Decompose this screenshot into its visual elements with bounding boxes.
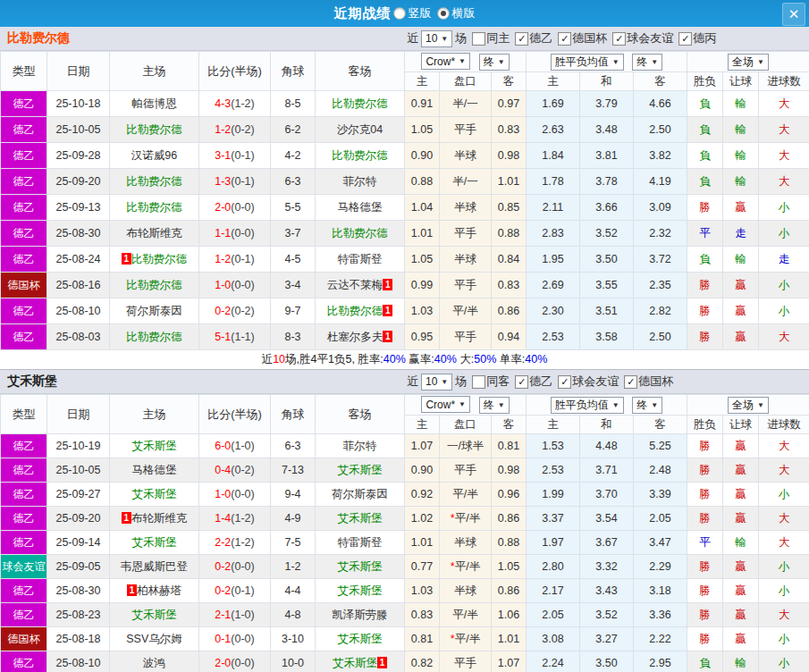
away-team: 艾禾斯堡 bbox=[338, 584, 383, 597]
date-cell: 25-09-20 bbox=[47, 169, 110, 195]
scope-select[interactable]: 全场▼ bbox=[728, 397, 769, 414]
result-cell: 平 bbox=[687, 221, 723, 247]
handicap-cell: 半/一 bbox=[440, 91, 492, 117]
goals-overunder-cell: 大 bbox=[759, 143, 809, 169]
crown-home-odds-cell: 0.81 bbox=[405, 627, 440, 651]
avg-draw-odds-cell: 4.48 bbox=[580, 434, 634, 458]
checkbox-checked[interactable]: ✓ bbox=[612, 32, 626, 46]
handicap-cell: 平手 bbox=[440, 117, 492, 143]
home-team: 比勒费尔德 bbox=[126, 331, 182, 343]
away-team-cell: 菲尔特 bbox=[316, 169, 405, 195]
avg-away-odds-cell: 2.29 bbox=[634, 555, 687, 579]
date-cell: 25-08-18 bbox=[47, 627, 110, 651]
checkbox-unchecked[interactable] bbox=[472, 375, 485, 389]
goals-overunder-cell: 大 bbox=[759, 91, 809, 117]
avg-home-odds-cell: 2.83 bbox=[527, 221, 580, 247]
avg-draw-odds-cell: 3.43 bbox=[580, 579, 634, 603]
away-team: 比勒费尔德 bbox=[332, 97, 388, 110]
avg-home-odds-cell: 2.53 bbox=[527, 458, 580, 483]
home-team: 艾禾斯堡 bbox=[132, 440, 177, 452]
crown-away-odds-cell: 0.97 bbox=[492, 91, 527, 117]
score-cell: 2-2(1-2) bbox=[199, 531, 271, 555]
handicap-result-cell: 輸 bbox=[723, 169, 759, 195]
checkbox-label: 德乙 bbox=[529, 30, 552, 46]
checkbox-checked[interactable]: ✓ bbox=[558, 375, 571, 389]
match-row: 德国杯25-08-16比勒费尔德1-0(0-0)3-4云达不莱梅10.99平手0… bbox=[1, 273, 809, 298]
handicap-cell: *平/半 bbox=[440, 507, 492, 531]
avg-draw-odds-cell: 3.79 bbox=[580, 91, 634, 117]
score-cell: 2-1(1-0) bbox=[199, 603, 271, 627]
home-team-cell: SSV乌尔姆 bbox=[110, 627, 199, 651]
chevron-down-icon: ▼ bbox=[459, 57, 466, 65]
corner-cell: 8-5 bbox=[271, 91, 316, 117]
crown-home-odds-cell: 1.04 bbox=[405, 195, 440, 221]
score-cell: 2-0(0-0) bbox=[199, 195, 271, 221]
goals-overunder-cell: 走 bbox=[759, 247, 809, 273]
filter-checkbox-item: ✓德乙 bbox=[515, 374, 552, 390]
fulltime-score: 3-1 bbox=[215, 149, 231, 162]
away-team: 马格德堡 bbox=[338, 201, 383, 214]
scope-select[interactable]: 全场▼ bbox=[728, 54, 769, 71]
away-team: 比勒费尔德 bbox=[327, 305, 383, 317]
avg-home-odds-cell: 1.97 bbox=[527, 531, 580, 555]
home-team-cell: 1布轮斯维克 bbox=[110, 507, 199, 531]
home-team-cell: 帕德博恩 bbox=[110, 91, 199, 117]
match-count-select[interactable]: 10▼ bbox=[421, 30, 452, 47]
match-row: 德乙25-08-241比勒费尔德1-2(0-1)4-5特雷斯登1.05半球0.8… bbox=[1, 247, 809, 273]
crown-away-odds-cell: 0.86 bbox=[492, 298, 527, 324]
score-cell: 0-2(0-2) bbox=[199, 298, 271, 324]
avg-odds-select[interactable]: 胜平负均值▼ bbox=[551, 397, 624, 414]
sub-col-avg-draw: 和 bbox=[580, 416, 634, 434]
result-cell: 勝 bbox=[687, 579, 723, 603]
home-team-cell: 艾禾斯堡 bbox=[110, 531, 199, 555]
checkbox-checked[interactable]: ✓ bbox=[515, 375, 528, 389]
checkbox-unchecked[interactable] bbox=[472, 32, 485, 46]
avg-away-odds-cell: 2.22 bbox=[634, 627, 687, 651]
checkbox-checked[interactable]: ✓ bbox=[515, 32, 528, 46]
avg-home-odds-cell: 1.99 bbox=[527, 483, 580, 507]
handicap-result-cell: 贏 bbox=[723, 273, 759, 298]
avg-home-odds-cell: 3.37 bbox=[527, 507, 580, 531]
home-team-cell: 韦恩威斯巴登 bbox=[110, 555, 199, 579]
radio-icon-checked[interactable] bbox=[437, 7, 450, 20]
orientation-radio[interactable]: 横版 bbox=[437, 5, 476, 21]
home-team: 艾禾斯堡 bbox=[132, 488, 177, 500]
competition-type-cell: 德乙 bbox=[1, 324, 47, 350]
avg-select-group: 胜平负均值▼ 终▼ bbox=[527, 395, 687, 416]
competition-type-cell: 德乙 bbox=[1, 143, 47, 169]
away-team-cell: 艾禾斯堡 bbox=[316, 627, 405, 651]
home-team-cell: 艾禾斯堡 bbox=[110, 603, 199, 627]
goals-overunder-cell: 大 bbox=[759, 507, 809, 531]
home-team: 比勒费尔德 bbox=[126, 175, 182, 188]
orientation-radio[interactable]: 竖版 bbox=[393, 5, 432, 21]
date-cell: 25-09-20 bbox=[47, 507, 110, 531]
checkbox-checked[interactable]: ✓ bbox=[678, 32, 692, 46]
check-icon: ✓ bbox=[681, 33, 689, 45]
bookmaker-select[interactable]: Crow*▼ bbox=[421, 53, 470, 70]
score-cell: 1-0(0-0) bbox=[199, 273, 271, 298]
crown-away-odds-cell: 0.98 bbox=[492, 143, 527, 169]
crown-away-odds-cell: 0.86 bbox=[492, 507, 527, 531]
match-count-select[interactable]: 10▼ bbox=[421, 374, 452, 391]
bookmaker-select[interactable]: Crow*▼ bbox=[421, 396, 470, 413]
crown-away-odds-cell: 1.07 bbox=[492, 651, 527, 672]
score-cell: 1-2(0-2) bbox=[199, 117, 271, 143]
away-team-cell: 艾禾斯堡 bbox=[316, 555, 405, 579]
checkbox-checked[interactable]: ✓ bbox=[624, 375, 637, 389]
final-odds-select[interactable]: 终▼ bbox=[479, 397, 510, 414]
halftime-score: (0-1) bbox=[231, 175, 254, 188]
crown-home-odds-cell: 0.99 bbox=[405, 273, 440, 298]
crown-home-odds-cell: 0.83 bbox=[405, 603, 440, 627]
final-odds-select[interactable]: 终▼ bbox=[479, 54, 510, 71]
final-odds-select2[interactable]: 终▼ bbox=[632, 54, 662, 71]
result-cell: 勝 bbox=[687, 298, 723, 324]
checkbox-checked[interactable]: ✓ bbox=[558, 32, 571, 46]
avg-odds-select[interactable]: 胜平负均值▼ bbox=[551, 54, 624, 71]
sub-col-crown-home: 主 bbox=[405, 72, 440, 91]
home-team: 比勒费尔德 bbox=[126, 123, 182, 136]
avg-draw-odds-cell: 3.48 bbox=[580, 117, 634, 143]
radio-icon[interactable] bbox=[393, 7, 406, 20]
crown-home-odds-cell: 0.90 bbox=[405, 458, 440, 483]
close-button[interactable]: ✕ bbox=[782, 3, 805, 26]
final-odds-select2[interactable]: 终▼ bbox=[632, 397, 662, 414]
